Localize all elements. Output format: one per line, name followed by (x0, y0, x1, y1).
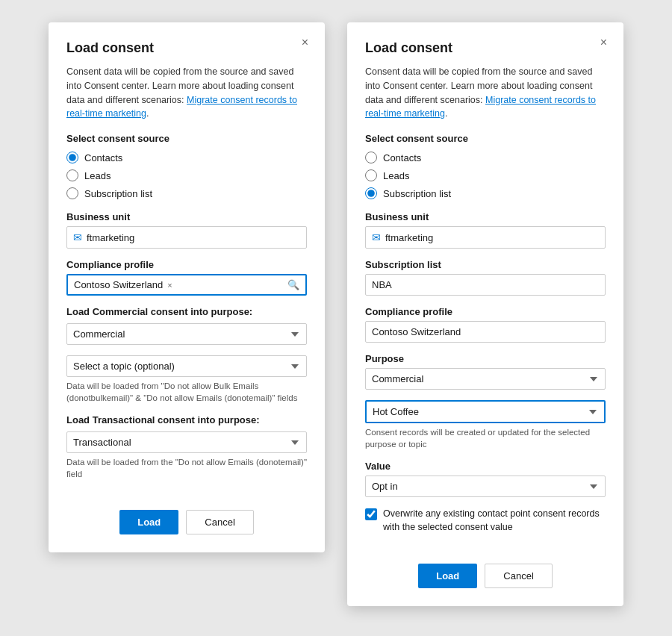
radio-leads-1[interactable]: Leads (66, 169, 307, 181)
transactional-select-group-1: Transactional Commercial Marketing Data … (66, 431, 307, 480)
radio-contacts-input-2[interactable] (365, 152, 377, 163)
radio-leads-input-1[interactable] (66, 169, 78, 181)
topic-select-1[interactable]: Select a topic (optional) (66, 355, 307, 377)
cancel-button-2[interactable]: Cancel (485, 564, 552, 588)
radio-sublist-input-1[interactable] (66, 187, 78, 199)
compliance-profile-field-1: Compliance profile Contoso Switzerland ×… (66, 259, 307, 296)
compliance-profile-label-1: Compliance profile (66, 259, 307, 270)
radio-leads-input-2[interactable] (365, 169, 377, 181)
load-transactional-label-1: Load Transactional consent into purpose: (66, 414, 307, 425)
topic-select-2[interactable]: Hot Coffee Cold Brew Espresso (365, 400, 606, 423)
overwrite-checkbox-label-2: Overwrite any existing contact point con… (383, 508, 606, 534)
compliance-profile-label-2: Compliance profile (365, 306, 606, 317)
load-commercial-label-1: Load Commercial consent into purpose: (66, 306, 307, 317)
close-button-1[interactable]: × (297, 34, 313, 51)
radio-leads-2[interactable]: Leads (365, 169, 606, 181)
dialog-title-1: Load consent (66, 40, 307, 56)
business-unit-input-1[interactable]: ✉ ftmarketing (66, 226, 307, 249)
subscription-list-field-2: Subscription list NBA (365, 259, 606, 296)
commercial-select-1[interactable]: Commercial Marketing Transactional (66, 323, 307, 345)
business-unit-value-2: ftmarketing (385, 232, 599, 243)
envelope-icon-1: ✉ (73, 231, 82, 243)
radio-contacts-input-1[interactable] (66, 152, 78, 163)
radio-sublist-input-2[interactable] (365, 187, 377, 199)
compliance-profile-input-1[interactable]: Contoso Switzerland × 🔍 (66, 274, 307, 296)
search-icon-1: 🔍 (287, 279, 299, 290)
load-button-1[interactable]: Load (119, 510, 178, 534)
dialog-title-2: Load consent (365, 40, 606, 56)
button-row-1: Load Cancel (66, 502, 307, 534)
business-unit-field-1: Business unit ✉ ftmarketing (66, 211, 307, 249)
purpose-select-2[interactable]: Commercial Marketing Transactional (365, 368, 606, 390)
value-label-2: Value (365, 461, 606, 472)
description-1: Consent data will be copied from the sou… (66, 65, 307, 121)
radio-sublist-1[interactable]: Subscription list (66, 187, 307, 199)
consent-source-label-2: Select consent source (365, 133, 606, 144)
commercial-hint-1: Data will be loaded from "Do not allow B… (66, 380, 307, 404)
consent-hint-2: Consent records will be created or updat… (365, 426, 606, 450)
radio-contacts-2[interactable]: Contacts (365, 152, 606, 163)
radio-sublist-2[interactable]: Subscription list (365, 187, 606, 199)
button-row-2: Load Cancel (365, 556, 606, 588)
dialog-load-consent-2: Load consent × Consent data will be copi… (347, 22, 623, 606)
compliance-tag-close-1[interactable]: × (167, 281, 172, 290)
purpose-select-group-2: Commercial Marketing Transactional (365, 368, 606, 390)
description-2: Consent data will be copied from the sou… (365, 65, 606, 121)
business-unit-label-1: Business unit (66, 211, 307, 222)
close-button-2[interactable]: × (596, 34, 612, 51)
load-button-2[interactable]: Load (418, 564, 477, 588)
value-select-2[interactable]: Opt in Opt out (365, 476, 606, 497)
business-unit-label-2: Business unit (365, 211, 606, 222)
radio-contacts-1[interactable]: Contacts (66, 152, 307, 163)
value-select-group-2: Opt in Opt out (365, 476, 606, 497)
commercial-select-group-1: Commercial Marketing Transactional (66, 323, 307, 345)
topic-select-group-2: Hot Coffee Cold Brew Espresso Consent re… (365, 400, 606, 450)
envelope-icon-2: ✉ (372, 231, 381, 243)
compliance-profile-input-2[interactable]: Contoso Switzerland (365, 321, 606, 343)
business-unit-input-2[interactable]: ✉ ftmarketing (365, 226, 606, 249)
business-unit-value-1: ftmarketing (87, 232, 300, 243)
transactional-select-1[interactable]: Transactional Commercial Marketing (66, 431, 307, 453)
compliance-tag-1: Contoso Switzerland × (74, 279, 172, 290)
dialog-load-consent-1: Load consent × Consent data will be copi… (49, 22, 325, 552)
business-unit-field-2: Business unit ✉ ftmarketing (365, 211, 606, 249)
subscription-list-label-2: Subscription list (365, 259, 606, 270)
topic-select-group-1: Select a topic (optional) Data will be l… (66, 355, 307, 404)
compliance-profile-field-2: Compliance profile Contoso Switzerland (365, 306, 606, 343)
transactional-hint-1: Data will be loaded from the "Do not all… (66, 456, 307, 480)
purpose-label-2: Purpose (365, 353, 606, 364)
subscription-list-input-2[interactable]: NBA (365, 274, 606, 296)
radio-group-1: Contacts Leads Subscription list (66, 152, 307, 199)
consent-source-label-1: Select consent source (66, 133, 307, 144)
overwrite-checkbox-row-2: Overwrite any existing contact point con… (365, 508, 606, 534)
radio-group-2: Contacts Leads Subscription list (365, 152, 606, 199)
cancel-button-1[interactable]: Cancel (186, 510, 253, 534)
overwrite-checkbox-2[interactable] (365, 508, 377, 520)
